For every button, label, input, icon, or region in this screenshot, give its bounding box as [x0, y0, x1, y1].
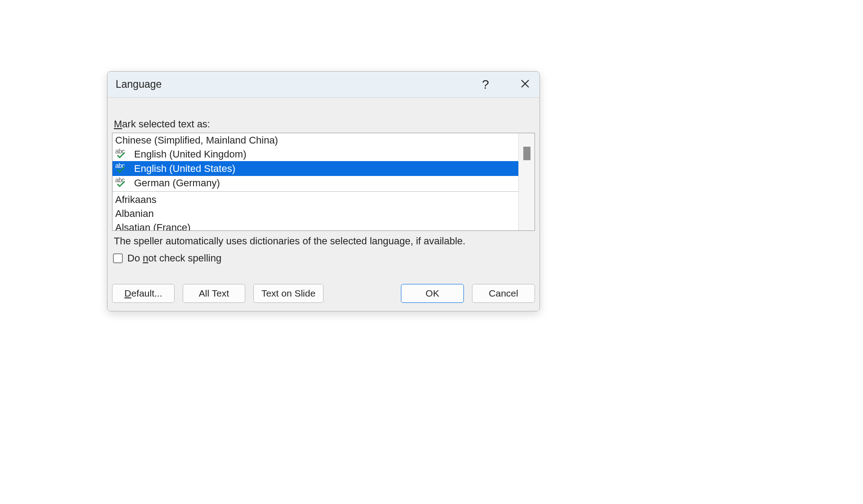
list-item[interactable]: Afrikaans [112, 193, 518, 207]
list-item-label: Chinese (Simplified, Mainland China) [115, 135, 518, 145]
titlebar: Language ? [108, 72, 539, 98]
spelling-icon: abc [115, 178, 129, 188]
scrollbar-thumb[interactable] [523, 147, 530, 160]
check-icon [117, 149, 125, 161]
cancel-button[interactable]: Cancel [472, 284, 535, 303]
list-item[interactable]: Albanian [112, 207, 518, 220]
default-button[interactable]: Default... [112, 284, 175, 303]
do-not-check-spelling-row: Do not check spelling [113, 252, 535, 264]
list-item[interactable]: abc German (Germany) [112, 176, 518, 190]
list-item-label: Albanian [115, 209, 518, 219]
list-item-label: Afrikaans [115, 195, 518, 205]
do-not-check-spelling-label: Do not check spelling [127, 252, 221, 264]
close-button[interactable] [518, 77, 532, 92]
list-inner: Chinese (Simplified, Mainland China) abc… [112, 133, 518, 230]
list-item-label: English (United States) [134, 164, 518, 174]
all-text-button[interactable]: All Text [183, 284, 245, 303]
language-dialog: Language ? Mark selected text as: Chines… [107, 71, 540, 311]
spelling-icon: abc [115, 149, 129, 159]
scrollbar[interactable] [518, 133, 535, 230]
mark-selected-label: Mark selected text as: [114, 118, 535, 130]
button-row: Default... All Text Text on Slide OK Can… [112, 284, 535, 303]
dialog-title: Language [116, 78, 478, 90]
dialog-body: Mark selected text as: Chinese (Simplifi… [108, 98, 539, 311]
list-item-label: English (United Kingdom) [134, 149, 518, 159]
check-icon [117, 164, 125, 176]
list-item-label: German (Germany) [134, 178, 518, 188]
list-item-label: Alsatian (France) [115, 223, 518, 231]
spelling-icon: abc [115, 164, 129, 174]
list-item[interactable]: abc English (United Kingdom) [112, 147, 518, 161]
ok-button[interactable]: OK [401, 284, 464, 303]
list-item[interactable]: Alsatian (France) [112, 220, 518, 230]
text-on-slide-button[interactable]: Text on Slide [253, 284, 324, 303]
do-not-check-spelling-checkbox[interactable] [113, 253, 123, 263]
check-icon [117, 178, 125, 190]
list-divider [112, 191, 518, 192]
speller-info-text: The speller automatically uses dictionar… [114, 235, 535, 247]
list-item-selected[interactable]: abc English (United States) [112, 161, 518, 176]
language-listbox[interactable]: Chinese (Simplified, Mainland China) abc… [112, 133, 535, 231]
close-icon [521, 79, 530, 90]
help-button[interactable]: ? [478, 77, 493, 92]
titlebar-buttons: ? [478, 77, 532, 92]
list-item[interactable]: Chinese (Simplified, Mainland China) [112, 133, 518, 147]
